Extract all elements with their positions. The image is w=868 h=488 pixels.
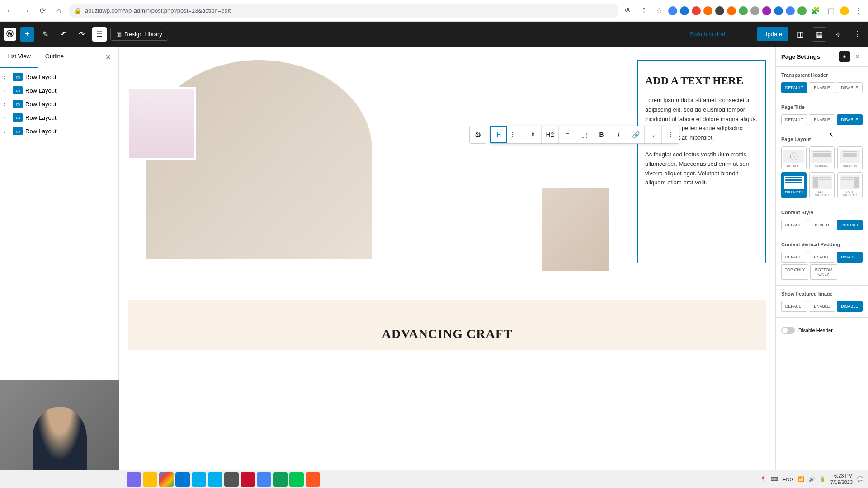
transform-icon[interactable]: ⬚ xyxy=(576,126,593,143)
block-paragraph[interactable]: Ac feugiat sed lectus vestibulum mattis … xyxy=(645,150,759,188)
transparent-header-default[interactable]: DEFAULT xyxy=(781,82,807,93)
close-panel-button[interactable]: ✕ xyxy=(852,51,863,62)
content-style-unboxed[interactable]: UNBOXED xyxy=(837,220,863,230)
tray-battery-icon[interactable]: 🔋 xyxy=(820,476,826,482)
back-button[interactable]: ← xyxy=(4,5,16,17)
update-button[interactable]: Update xyxy=(757,27,788,41)
taskbar-app[interactable] xyxy=(175,472,190,487)
tray-volume-icon[interactable]: 🔊 xyxy=(809,476,815,482)
ext-icon[interactable] xyxy=(774,6,783,15)
profile-icon[interactable] xyxy=(840,6,849,15)
layout-default[interactable]: DEFAULT xyxy=(781,146,807,169)
ext-icon[interactable] xyxy=(680,6,689,15)
edit-tool-icon[interactable]: ✎ xyxy=(38,27,52,42)
ext-icon[interactable] xyxy=(762,6,771,15)
layout-normal[interactable]: NORMAL xyxy=(809,146,835,169)
undo-button[interactable]: ↶ xyxy=(56,27,71,42)
padding-disable[interactable]: DISABLE xyxy=(837,252,863,263)
taskbar-app[interactable] xyxy=(273,472,288,487)
kadence-icon[interactable]: ⟡ xyxy=(831,27,845,42)
layout-fullwidth[interactable]: FULLWIDTH xyxy=(781,172,807,198)
taskbar-app[interactable] xyxy=(192,472,206,487)
move-up-down-icon[interactable]: ⇕ xyxy=(524,126,542,143)
ext-icon[interactable] xyxy=(668,6,677,15)
layout-narrow[interactable]: NARROW xyxy=(837,146,863,169)
link-button[interactable]: 🔗 xyxy=(627,126,645,143)
padding-top-only[interactable]: TOP ONLY xyxy=(781,264,808,280)
options-icon[interactable]: ⋮ xyxy=(662,126,679,143)
extensions-icon[interactable]: 🧩 xyxy=(809,5,822,17)
padding-bottom-only[interactable]: BOTTOM ONLY xyxy=(810,264,837,280)
image-collage[interactable] xyxy=(128,60,628,263)
taskbar-app[interactable] xyxy=(257,472,271,487)
tray-chevron-icon[interactable]: ^ xyxy=(753,477,755,482)
ext-icon[interactable] xyxy=(727,6,736,15)
list-item[interactable]: › ▭ Row Layout xyxy=(0,84,118,97)
ext-icon[interactable] xyxy=(797,6,807,15)
section-advancing-craft[interactable]: ADVANCING CRAFT xyxy=(128,300,766,350)
eye-off-icon[interactable]: 👁 xyxy=(622,5,635,17)
more-rich-text-icon[interactable]: ⌄ xyxy=(645,126,662,143)
settings-panel-icon[interactable]: ▦ xyxy=(812,27,826,42)
redo-button[interactable]: ↷ xyxy=(74,27,89,42)
ext-icon[interactable] xyxy=(750,6,760,15)
page-title-default[interactable]: DEFAULT xyxy=(781,114,807,125)
tray-wifi-icon[interactable]: 📶 xyxy=(798,476,804,482)
layout-left-sidebar[interactable]: LEFT SIDEBAR xyxy=(809,172,835,198)
taskbar-app[interactable] xyxy=(306,472,320,487)
tray-lang[interactable]: ENG xyxy=(783,477,793,482)
tab-outline[interactable]: Outline xyxy=(38,47,71,68)
selected-text-block[interactable]: ADD A TEXT HERE Lorem ipsum dolor sit am… xyxy=(637,60,766,263)
align-text-icon[interactable]: ≡ xyxy=(559,126,576,143)
drag-handle-icon[interactable]: ⋮⋮ xyxy=(507,126,524,143)
tab-list-view[interactable]: List View xyxy=(0,47,38,68)
editor-canvas[interactable]: ADD A TEXT HERE Lorem ipsum dolor sit am… xyxy=(119,47,775,470)
taskbar-app[interactable] xyxy=(143,472,157,487)
forward-button[interactable]: → xyxy=(20,5,33,17)
tray-location-icon[interactable]: 📍 xyxy=(760,476,766,482)
add-block-button[interactable]: + xyxy=(20,27,34,42)
list-item[interactable]: › ▭ Row Layout xyxy=(0,124,118,138)
preview-button[interactable]: Preview xyxy=(731,31,752,38)
featured-enable[interactable]: ENABLE xyxy=(809,301,835,312)
padding-default[interactable]: DEFAULT xyxy=(781,252,807,263)
design-library-button[interactable]: ▦ Design Library xyxy=(110,28,168,41)
content-style-default[interactable]: DEFAULT xyxy=(781,220,807,230)
heading-level-button[interactable]: H2 xyxy=(542,126,559,143)
ext-icon[interactable] xyxy=(692,6,701,15)
list-item[interactable]: › ▭ Row Layout xyxy=(0,111,118,124)
featured-disable[interactable]: DISABLE xyxy=(837,301,863,312)
reload-button[interactable]: ⟳ xyxy=(36,5,49,17)
content-style-boxed[interactable]: BOXED xyxy=(809,220,835,230)
disable-header-toggle[interactable] xyxy=(781,327,795,334)
wp-logo-icon[interactable]: Ⓦ xyxy=(4,28,16,41)
star-icon[interactable]: ★ xyxy=(839,51,850,62)
bold-button[interactable]: B xyxy=(593,126,610,143)
section-heading[interactable]: ADVANCING CRAFT xyxy=(137,327,757,341)
close-sidebar-button[interactable]: ✕ xyxy=(98,47,118,68)
url-bar[interactable]: 🔒 abuzidwp.com/wp-admin/post.php?post=13… xyxy=(69,4,618,18)
tray-keyboard-icon[interactable]: ⌨ xyxy=(771,476,778,482)
heading-block-icon[interactable]: H xyxy=(490,126,507,143)
featured-default[interactable]: DEFAULT xyxy=(781,301,807,312)
page-title-disable[interactable]: DISABLE xyxy=(837,114,863,125)
share-icon[interactable]: ⤴ xyxy=(637,5,650,17)
italic-button[interactable]: I xyxy=(610,126,627,143)
page-title-enable[interactable]: ENABLE xyxy=(809,114,835,125)
taskbar-app[interactable] xyxy=(224,472,239,487)
list-view-button[interactable]: ☰ xyxy=(92,27,107,42)
list-item[interactable]: › ▭ Row Layout xyxy=(0,70,118,84)
layout-right-sidebar[interactable]: RIGHT SIDEBAR xyxy=(837,172,863,198)
options-menu-icon[interactable]: ⋮ xyxy=(850,27,864,42)
sidebar-toggle-icon[interactable]: ◫ xyxy=(793,27,807,42)
taskbar-app[interactable] xyxy=(241,472,255,487)
block-settings-icon[interactable]: ⚙ xyxy=(469,126,486,144)
menu-icon[interactable]: ⋮ xyxy=(852,5,864,17)
notification-icon[interactable]: 💬 xyxy=(857,476,863,482)
padding-enable[interactable]: ENABLE xyxy=(809,252,835,263)
list-item[interactable]: › ▭ Row Layout xyxy=(0,97,118,111)
ext-icon[interactable] xyxy=(786,6,795,15)
taskbar-app[interactable] xyxy=(289,472,304,487)
home-button[interactable]: ⌂ xyxy=(52,5,65,17)
ext-icon[interactable] xyxy=(739,6,748,15)
